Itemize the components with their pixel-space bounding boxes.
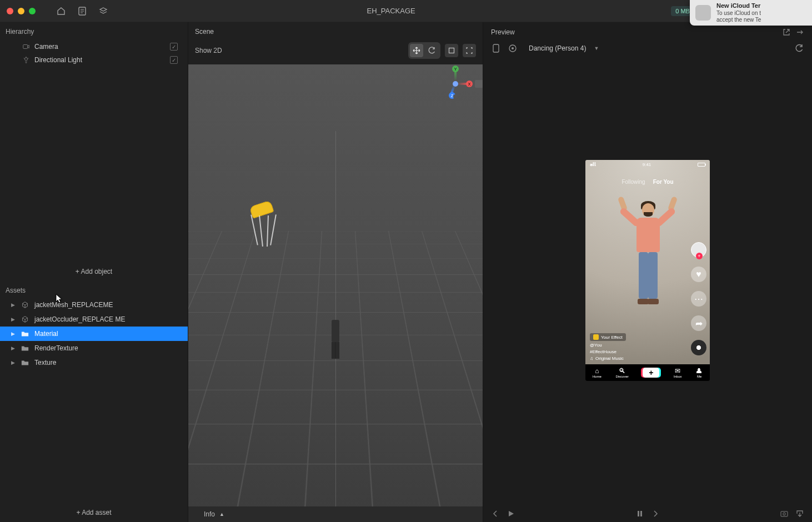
asset-item-jacketmesh[interactable]: ▶ jacketMesh_REPLACEME: [0, 298, 188, 312]
folder-icon: [21, 359, 29, 367]
pause-icon[interactable]: [635, 509, 644, 518]
svg-rect-9: [640, 511, 642, 516]
chevron-right-icon[interactable]: ▶: [11, 302, 16, 308]
snapshot-icon[interactable]: [780, 509, 789, 518]
preview-mode-label: Dancing (Person 4): [529, 44, 586, 52]
share-button[interactable]: ➦: [691, 315, 706, 331]
phone-feed-tabs: Following For You: [585, 179, 710, 185]
home-icon[interactable]: [53, 3, 69, 19]
status-time: 9:41: [596, 162, 698, 167]
move-tool-button[interactable]: [410, 44, 423, 57]
nav-inbox[interactable]: ✉Inbox: [674, 368, 682, 378]
chevron-right-icon[interactable]: ▶: [11, 360, 16, 365]
battery-icon: [698, 163, 705, 167]
asset-item-texture[interactable]: ▶ Texture: [0, 355, 188, 370]
music-disc-icon[interactable]: [691, 340, 706, 355]
svg-rect-10: [781, 511, 788, 516]
search-icon: 🔍︎: [619, 368, 625, 374]
nav-me[interactable]: 👤︎Me: [696, 368, 703, 378]
asset-item-material[interactable]: ▶ Material: [0, 327, 188, 341]
record-icon[interactable]: [508, 43, 518, 53]
device-icon[interactable]: [491, 43, 501, 53]
preview-person: [614, 198, 681, 319]
phone-statusbar: 𝗮𝗹𝗹 9:41: [585, 162, 710, 167]
phone-bottom-nav: ⌂Home 🔍︎Discover + ✉Inbox 👤︎Me: [585, 364, 710, 381]
close-window-button[interactable]: [7, 8, 13, 14]
phone-preview[interactable]: 𝗮𝗹𝗹 9:41 Following For You: [585, 160, 710, 381]
next-icon[interactable]: [651, 509, 660, 518]
inbox-icon: ✉: [675, 368, 680, 374]
add-asset-button[interactable]: + Add asset: [0, 503, 188, 522]
gizmo-camera-icon[interactable]: [475, 80, 483, 88]
folder-icon: [21, 344, 29, 352]
chevron-up-icon: ▲: [219, 511, 224, 517]
info-bar[interactable]: Info ▲: [188, 506, 483, 522]
visibility-checkbox[interactable]: [170, 43, 178, 51]
gizmo-x-axis[interactable]: X: [466, 81, 473, 87]
like-button[interactable]: ♥: [691, 267, 706, 282]
hierarchy-item-light[interactable]: Directional Light: [0, 53, 188, 67]
comment-button[interactable]: ⋯: [691, 291, 706, 307]
chevron-right-icon[interactable]: ▶: [11, 317, 16, 322]
follow-plus-icon[interactable]: +: [696, 253, 703, 259]
username[interactable]: @You: [590, 343, 685, 348]
hierarchy-item-label: Camera: [34, 43, 58, 51]
mesh-icon: [21, 301, 29, 309]
popout-icon[interactable]: [782, 28, 791, 37]
preview-header: Preview: [491, 28, 515, 36]
music-note-icon: ♫: [590, 356, 593, 361]
collapse-icon[interactable]: [795, 28, 804, 37]
nav-discover[interactable]: 🔍︎Discover: [615, 368, 628, 378]
add-object-button[interactable]: + Add object: [0, 262, 188, 281]
tab-following[interactable]: Following: [621, 179, 645, 185]
hierarchy-list: Camera Directional Light: [0, 40, 188, 262]
layers-icon[interactable]: [96, 3, 111, 19]
frame-tool-button[interactable]: [463, 44, 476, 57]
preview-panel: Preview Dancing (Person 4) ▼ 𝗮𝗹𝗹 9:41: [483, 22, 812, 522]
scale-tool-button[interactable]: [445, 44, 458, 57]
effect-icon: [593, 334, 599, 340]
asset-item-label: jacketMesh_REPLACEME: [34, 301, 113, 309]
maximize-window-button[interactable]: [29, 8, 36, 14]
hashtag[interactable]: #EffectHouse: [590, 349, 685, 354]
hierarchy-item-camera[interactable]: Camera: [0, 40, 188, 53]
gizmo-y-axis[interactable]: Y: [452, 66, 459, 72]
minimize-window-button[interactable]: [18, 8, 24, 14]
asset-item-jacketoccluder[interactable]: ▶ jacketOccluder_REPLACE ME: [0, 312, 188, 327]
orientation-gizmo[interactable]: Y X Z: [439, 68, 472, 100]
gizmo-neg-y[interactable]: [453, 94, 458, 99]
music-row[interactable]: ♫ Original Music: [590, 356, 685, 361]
svg-rect-5: [493, 44, 499, 52]
effect-badge[interactable]: Your Effect: [590, 333, 626, 341]
show-2d-toggle[interactable]: Show 2D: [195, 47, 222, 54]
svg-point-11: [783, 513, 785, 515]
preview-mode-dropdown[interactable]: Dancing (Person 4) ▼: [524, 42, 603, 54]
chevron-right-icon[interactable]: ▶: [11, 345, 16, 351]
prev-icon[interactable]: [491, 509, 500, 518]
mannequin[interactable]: [332, 320, 339, 359]
profile-avatar[interactable]: +: [691, 242, 706, 258]
scene-panel: Scene Show 2D: [188, 22, 483, 522]
play-icon[interactable]: [507, 509, 515, 518]
nav-home[interactable]: ⌂Home: [593, 368, 602, 378]
scene-header: Scene: [188, 22, 483, 39]
document-icon[interactable]: [74, 3, 90, 19]
tab-foryou[interactable]: For You: [653, 179, 674, 185]
nav-create-button[interactable]: +: [643, 368, 659, 378]
center-axis-line: [335, 131, 336, 506]
rotate-tool-button[interactable]: [425, 44, 439, 57]
visibility-checkbox[interactable]: [170, 56, 178, 64]
chevron-right-icon[interactable]: ▶: [11, 331, 16, 337]
asset-item-label: Material: [34, 330, 58, 338]
system-notification[interactable]: New iCloud Ter To use iCloud on t accept…: [690, 0, 812, 26]
asset-item-label: Texture: [34, 359, 56, 367]
export-icon[interactable]: [795, 509, 804, 518]
camera-icon: [22, 43, 30, 51]
home-icon: ⌂: [595, 368, 599, 374]
asset-item-rendertexture[interactable]: ▶ RenderTexture: [0, 341, 188, 355]
viewport-3d[interactable]: Y X Z: [188, 64, 483, 506]
refresh-icon[interactable]: [794, 43, 804, 53]
scene-object-jellyfish[interactable]: [244, 203, 283, 264]
hierarchy-item-label: Directional Light: [34, 56, 82, 64]
window-controls: [7, 8, 36, 14]
